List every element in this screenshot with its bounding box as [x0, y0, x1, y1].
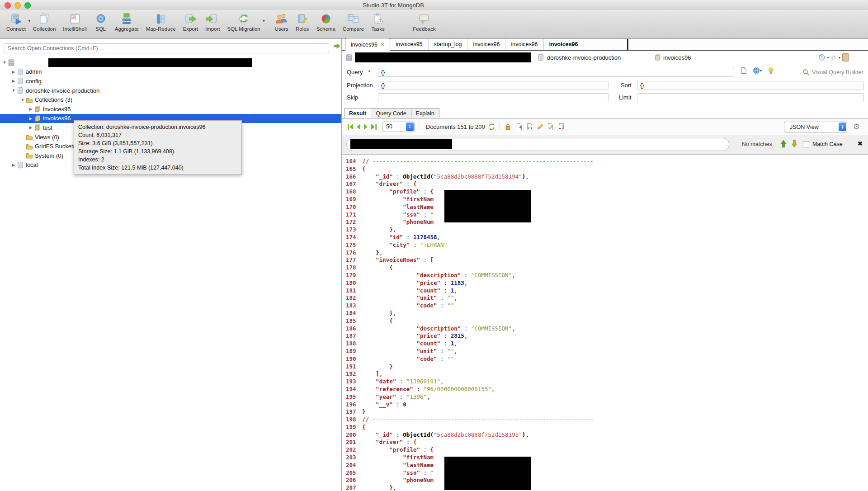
tab-label: invoices96: [511, 41, 538, 47]
chevron-down-icon[interactable]: ▼: [1, 60, 8, 65]
line-number: 185: [342, 317, 362, 325]
editor-line: 169 "firstNam: [342, 196, 868, 203]
skip-input[interactable]: [378, 93, 609, 102]
roles-button[interactable]: Roles: [292, 13, 313, 32]
editor-line: 204 "lastName: [342, 462, 868, 469]
folder-icon: [26, 133, 33, 141]
collapse-query-icon[interactable]: ▲: [368, 69, 371, 73]
line-number: 192: [342, 370, 362, 378]
visual-query-builder-button[interactable]: Visual Query Builder: [802, 69, 863, 76]
tab-startup_log[interactable]: startup_log: [429, 39, 468, 50]
dropdown-caret-icon[interactable]: ▾: [263, 19, 265, 23]
close-window-button[interactable]: [5, 2, 11, 9]
open-query-document-icon[interactable]: [740, 67, 747, 74]
chevron-right-icon[interactable]: ▶: [28, 116, 34, 121]
schema-button[interactable]: Schema: [313, 13, 339, 32]
result-tab-result[interactable]: Result: [344, 108, 371, 118]
breadcrumb-database[interactable]: doroshke-invoice-production: [547, 54, 621, 61]
collapse-sidebar-arrow-icon[interactable]: [334, 42, 341, 50]
add-document-icon[interactable]: [515, 123, 523, 131]
view-settings-gear-icon[interactable]: ⚙: [853, 122, 860, 132]
explain-lightbulb-icon[interactable]: [767, 67, 774, 74]
editor-line: 165{: [342, 165, 868, 173]
find-next-arrow-icon[interactable]: [791, 140, 798, 150]
zoom-window-button[interactable]: [24, 2, 31, 9]
users-icon: [275, 13, 288, 25]
toolbar-button-label: Map-Reduce: [146, 26, 176, 32]
first-page-button[interactable]: [347, 123, 354, 131]
tree-item-admin[interactable]: ▶admin: [0, 67, 341, 77]
line-number: 186: [342, 325, 362, 333]
chevron-right-icon[interactable]: ▶: [10, 70, 17, 74]
result-tab-explain[interactable]: Explain: [411, 108, 439, 118]
breadcrumb-collection[interactable]: invoices96: [663, 54, 691, 61]
query-label: Query: [347, 69, 363, 76]
favorites-dropdown-caret-icon[interactable]: ▾: [839, 56, 840, 60]
tree-item-invoices95[interactable]: ▶invoices95: [0, 104, 341, 114]
run-query-caret-icon[interactable]: ▾: [760, 69, 762, 73]
users-button[interactable]: Users: [271, 13, 292, 32]
editor-line: 185 {: [342, 317, 868, 325]
export-button[interactable]: Export: [179, 13, 202, 32]
compare-button[interactable]: Compare: [339, 13, 368, 32]
sql-button[interactable]: SQL: [90, 13, 111, 32]
previous-page-button[interactable]: [354, 123, 362, 131]
find-previous-arrow-icon[interactable]: [780, 140, 787, 150]
sql-migration-button[interactable]: SQL Migration▾: [224, 13, 264, 32]
tab-invoices96[interactable]: invoices96: [467, 39, 505, 50]
edit-document-icon[interactable]: [547, 123, 554, 131]
minimize-window-button[interactable]: [14, 2, 21, 9]
refresh-icon[interactable]: [488, 123, 495, 131]
close-find-bar-icon[interactable]: ✖: [858, 140, 863, 147]
page-size-select[interactable]: 50 ▲▼: [382, 122, 415, 132]
connect-button[interactable]: Connect▾: [3, 13, 29, 32]
run-query-globe-icon[interactable]: [753, 67, 760, 74]
lock-icon[interactable]: [504, 123, 512, 131]
chevron-right-icon[interactable]: ▶: [28, 125, 34, 130]
tab-invoices96[interactable]: invoices96✕: [345, 38, 390, 51]
tab-invoices95[interactable]: invoices95: [390, 39, 428, 50]
close-tab-icon[interactable]: ✕: [381, 42, 384, 47]
query-input[interactable]: [378, 68, 734, 77]
tasks-button[interactable]: Tasks: [368, 13, 388, 32]
line-number: 197: [342, 408, 362, 416]
history-dropdown-caret-icon[interactable]: ▾: [827, 56, 829, 60]
last-page-button[interactable]: [370, 123, 377, 131]
chevron-right-icon[interactable]: ▶: [10, 79, 17, 83]
line-number: 203: [342, 454, 362, 462]
tree-item-connection[interactable]: ▼: [0, 58, 341, 67]
notes-icon[interactable]: [842, 53, 849, 61]
intellishell-button[interactable]: IntelliShell: [59, 13, 90, 32]
copy-document-icon[interactable]: [557, 123, 565, 131]
edit-pencil-icon[interactable]: [536, 123, 544, 131]
chevron-right-icon[interactable]: ▶: [28, 107, 34, 111]
limit-input[interactable]: [637, 93, 864, 102]
search-connections-input[interactable]: [4, 43, 329, 53]
projection-input[interactable]: [378, 81, 609, 90]
sort-input[interactable]: [637, 81, 864, 90]
match-case-checkbox[interactable]: [803, 141, 809, 147]
import-button[interactable]: Import: [202, 13, 224, 32]
tree-item-config[interactable]: ▶config: [0, 76, 341, 86]
aggregate-button[interactable]: Aggregate: [111, 13, 142, 32]
tab-invoices96[interactable]: invoices96: [544, 39, 584, 50]
tab-invoices96[interactable]: invoices96: [505, 39, 543, 50]
insert-code-icon[interactable]: [526, 123, 533, 131]
chevron-down-icon[interactable]: ▼: [19, 98, 26, 102]
chevron-right-icon[interactable]: ▶: [10, 163, 17, 167]
editor-lines: 164// ----------------------------------…: [342, 158, 868, 491]
view-mode-select[interactable]: JSON View ▲▼: [784, 122, 847, 132]
feedback-button[interactable]: Feedback: [409, 13, 439, 32]
database-icon: [17, 68, 24, 76]
next-page-button[interactable]: [362, 123, 370, 131]
map-reduce-button[interactable]: Map-Reduce: [142, 13, 179, 32]
chevron-down-icon[interactable]: ▼: [10, 88, 17, 93]
folder-icon: [26, 152, 33, 159]
favorites-star-icon[interactable]: ☆: [831, 53, 837, 61]
query-history-icon[interactable]: [818, 54, 826, 61]
collection-button[interactable]: Collection: [29, 13, 60, 32]
result-tab-query-code[interactable]: Query Code: [371, 108, 411, 118]
json-result-editor[interactable]: 164// ----------------------------------…: [342, 154, 868, 491]
tree-item-doroshke-invoice-production[interactable]: ▼doroshke-invoice-production: [0, 86, 341, 95]
tree-item-collections-3-[interactable]: ▼Collections (3): [0, 95, 341, 104]
